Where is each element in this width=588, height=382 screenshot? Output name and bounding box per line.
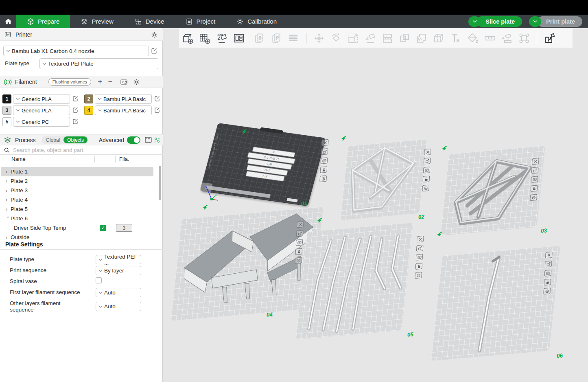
plate-settings-button[interactable] [295,257,302,264]
scale-button[interactable] [347,32,359,44]
lock-plate-button[interactable] [320,166,327,173]
delete-plate-button[interactable] [545,252,553,259]
parameter-table-button[interactable] [144,136,152,143]
split-button[interactable] [381,32,393,44]
seam-paint-button[interactable] [518,32,530,44]
scope-objects-option[interactable]: Objects [63,136,87,143]
lay-on-face-button[interactable] [364,32,376,44]
home-button[interactable] [0,15,16,28]
mesh-cut-button[interactable] [433,32,445,44]
tree-row-plate-2[interactable]: ›Plate 2 [0,176,157,186]
filament-select-4[interactable]: Bambu PLA Basic [95,105,152,115]
plate-01-objects[interactable]: F B.1-E-G-H I-M D-J L-K [242,146,299,183]
variable-layer-height-button[interactable] [287,32,299,44]
text-tool-button[interactable] [450,32,462,44]
ps-plate-type-select[interactable]: Textured PEI ... [96,255,141,264]
compare-presets-button[interactable] [154,137,160,143]
arrange-plate-button[interactable] [296,230,304,237]
collapse-chevron-icon[interactable]: › [6,235,11,240]
plate-name-button[interactable] [296,239,303,246]
viewport-3d[interactable]: Bambu Textured PEI Plate F B.1-E-G-H I-M… [163,28,588,382]
scrollbar-thumb[interactable] [159,166,161,200]
measure-button[interactable] [484,32,496,44]
filament-swatch-4[interactable]: 4 [84,106,93,115]
lock-plate-button[interactable] [295,248,302,255]
collapse-chevron-icon[interactable]: › [6,206,11,212]
tab-calibration[interactable]: Calibration [226,15,287,28]
filament-3-edit-button[interactable] [72,107,79,114]
arrange-plate-button[interactable] [424,158,431,165]
advanced-toggle[interactable] [127,136,140,144]
delete-plate-button[interactable] [297,221,304,228]
filament-1-edit-button[interactable] [72,95,79,102]
build-plate-06[interactable] [431,246,560,361]
filament-swatch-1[interactable]: 1 [2,94,11,103]
lock-plate-button[interactable] [530,185,538,192]
arrange-button[interactable] [233,32,245,44]
tree-row-plate-1[interactable]: ›Plate 1 [1,167,153,176]
expand-chevron-icon[interactable]: › [5,216,11,221]
slice-plate-button[interactable]: Slice plate [477,16,522,27]
filament-2-edit-button[interactable] [154,95,161,102]
arrange-plate-button[interactable] [531,167,539,174]
print-plate-button[interactable]: Print plate [537,16,582,27]
assembly-view-button[interactable] [544,32,556,44]
tree-row-outside[interactable]: ›Outside [0,233,157,242]
printer-select[interactable]: Bambu Lab X1 Carbon 0.4 nozzle [3,46,149,56]
slice-dropdown-button[interactable] [468,16,481,27]
plate-02-model[interactable] [340,139,427,220]
tab-project[interactable]: Project [175,15,226,28]
split-to-objects-button[interactable] [253,32,265,44]
plate-type-select[interactable]: Textured PEI Plate [39,58,158,69]
split-to-parts-button[interactable] [270,32,282,44]
build-plate-02[interactable] [340,139,427,220]
flushing-volumes-button[interactable]: Flushing volumes [48,78,92,86]
plate-settings-button[interactable] [543,288,551,295]
filament-swatch-3[interactable]: 3 [2,106,11,115]
filament-select-3[interactable]: Generic PLA [13,105,70,115]
lock-plate-button[interactable] [415,263,422,270]
search-input[interactable] [13,147,147,153]
plate-settings-button[interactable] [530,194,537,201]
build-plate-03[interactable] [440,145,545,235]
delete-plate-button[interactable] [321,139,329,146]
plate-05-model[interactable] [296,222,413,340]
plate-name-button[interactable] [416,254,423,261]
add-object-button[interactable] [181,32,194,44]
tree-row-plate-4[interactable]: ›Plate 4 [0,195,157,204]
tree-row-plate-6[interactable]: ›Plate 6 [0,214,157,223]
tab-device[interactable]: Device [124,15,175,28]
tab-preview[interactable]: Preview [70,15,124,28]
lock-plate-button[interactable] [544,279,551,285]
rotate-button[interactable] [330,32,342,44]
fill-color-button[interactable] [415,32,428,44]
ps-spiral-vase-checkbox[interactable] [96,277,102,283]
boolean-button[interactable] [398,32,411,44]
filament-swatch-2[interactable]: 2 [84,94,93,103]
arrange-plate-button[interactable] [321,148,328,155]
arrange-plate-button[interactable] [545,261,552,268]
print-dropdown-button[interactable] [529,16,541,27]
object-filament-value[interactable]: 3 [116,224,132,232]
auto-orient-button[interactable] [216,32,228,44]
delete-plate-button[interactable] [424,149,431,156]
color-paint-button[interactable] [467,32,479,44]
object-print-checkbox[interactable]: ✓ [100,225,106,231]
plate-name-button[interactable] [423,167,431,173]
ps-other-layers-seq-select[interactable]: Auto [96,302,141,311]
plate-name-button[interactable] [544,270,552,277]
printer-settings-button[interactable] [151,31,158,38]
filament-settings-button[interactable] [133,79,140,86]
tree-row-plate-3[interactable]: ›Plate 3 [0,186,157,195]
collapse-chevron-icon[interactable]: › [6,178,11,184]
filament-4-edit-button[interactable] [154,107,161,114]
ams-sync-button[interactable] [120,79,128,86]
support-paint-button[interactable] [501,32,513,44]
arrange-plate-button[interactable] [416,245,424,252]
filament-swatch-5[interactable]: 5 [2,117,11,126]
plate-settings-button[interactable] [415,272,422,279]
ps-first-layer-seq-select[interactable]: Auto [96,288,141,297]
move-button[interactable] [313,32,325,44]
plate-settings-button[interactable] [422,185,429,192]
filament-select-1[interactable]: Generic PLA [13,94,70,104]
